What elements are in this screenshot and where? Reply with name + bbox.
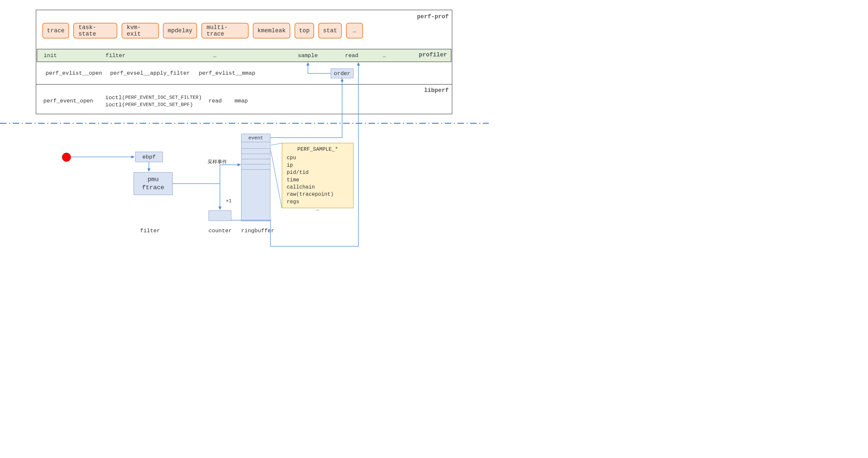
module-label: task-state xyxy=(79,24,112,37)
module-label: … xyxy=(353,27,356,34)
ringbuffer-stack: event xyxy=(241,134,271,221)
ebpf-box: ebpf xyxy=(135,152,163,162)
module-more: … xyxy=(346,23,363,38)
module-label: trace xyxy=(47,27,64,34)
module-label: top xyxy=(299,27,310,34)
evsel-apply-filter-label: perf_evsel__apply_filter xyxy=(110,70,190,76)
profiler-init: init xyxy=(44,49,57,62)
libperf-title: libperf xyxy=(424,87,449,94)
evlist-open-label: perf_evlist__open xyxy=(45,70,102,76)
ringbuffer-label: ringbuffer xyxy=(241,228,274,234)
module-label: kmemleak xyxy=(257,27,285,34)
svg-line-5 xyxy=(271,151,282,208)
module-top: top xyxy=(294,23,314,38)
perf-sample-line: raw(tracepoint) xyxy=(287,191,349,198)
perf-sample-line: pid/tid xyxy=(287,169,349,176)
ringbuffer-event-label: event xyxy=(242,135,270,141)
profiler-dots: … xyxy=(213,49,216,62)
ioctl-filter-label: ioctl(PERF_EVENT_IOC_SET_FILTER) xyxy=(105,94,202,101)
trigger-dot xyxy=(62,153,71,162)
diagram-canvas: perf-prof trace task-state kvm-exit mpde… xyxy=(0,0,489,261)
plus-one-label: +1 xyxy=(226,198,232,204)
profiler-bar: init filter … sample read … profiler xyxy=(37,49,451,62)
perf-sample-line: regs xyxy=(287,198,349,205)
profiler-sample: sample xyxy=(298,49,318,62)
perf-sample-box: PERF_SAMPLE_* cpu ip pid/tid time callch… xyxy=(282,143,353,208)
perf-sample-title: PERF_SAMPLE_* xyxy=(287,146,349,153)
perf-sample-line: ip xyxy=(287,162,349,169)
libperf-read-label: read xyxy=(209,98,222,104)
perf-sample-line: cpu xyxy=(287,154,349,162)
sample-event-cn-label: 采样事件 xyxy=(208,159,227,165)
svg-line-4 xyxy=(271,143,282,145)
module-kmemleak: kmemleak xyxy=(253,23,290,38)
order-box: order xyxy=(331,68,353,78)
module-trace: trace xyxy=(42,23,69,38)
perf-sample-trailing: … xyxy=(287,205,349,213)
perf-sample-line: callchain xyxy=(287,184,349,191)
pmu-label: pmu xyxy=(148,175,159,184)
filter-label: filter xyxy=(140,228,160,234)
module-label: stat xyxy=(323,27,337,34)
ebpf-label: ebpf xyxy=(143,154,156,160)
module-kvm-exit: kvm-exit xyxy=(122,23,159,38)
profiler-dots2: … xyxy=(382,49,386,62)
module-label: mpdelay xyxy=(168,27,192,34)
module-stat: stat xyxy=(318,23,342,38)
profiler-filter: filter xyxy=(105,49,125,62)
module-task-state: task-state xyxy=(73,23,117,38)
perf-event-open-label: perf_event_open xyxy=(43,98,93,104)
profiler-read: read xyxy=(345,49,359,62)
order-label: order xyxy=(334,70,350,77)
perf-sample-line: time xyxy=(287,176,349,184)
libperf-mmap-label: mmap xyxy=(235,98,248,104)
profiler-title: profiler xyxy=(419,52,447,58)
counter-label: counter xyxy=(209,228,232,234)
perf-prof-title: perf-prof xyxy=(417,13,449,20)
module-label: multi-trace xyxy=(207,24,243,37)
module-multi-trace: multi-trace xyxy=(202,23,249,38)
counter-box xyxy=(209,210,231,221)
ftrace-label: ftrace xyxy=(142,184,164,192)
pmu-ftrace-box: pmu ftrace xyxy=(133,172,173,195)
ioctl-bpf-label: ioctl(PERF_EVENT_IOC_SET_BPF) xyxy=(105,102,193,108)
evlist-mmap-label: perf_evlist__mmap xyxy=(199,70,255,76)
module-mpdelay: mpdelay xyxy=(163,23,197,38)
module-label: kvm-exit xyxy=(127,24,154,37)
